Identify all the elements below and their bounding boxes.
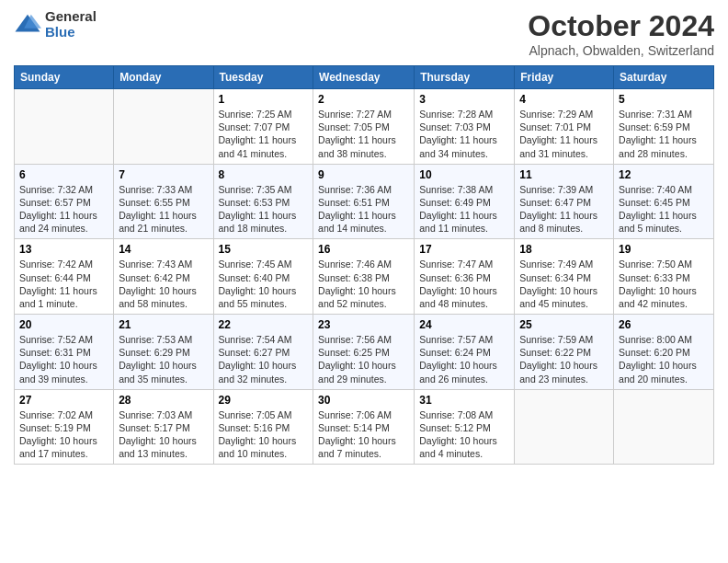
cell-date: 13 [19,243,108,256]
cell-info: Sunrise: 7:53 AMSunset: 6:29 PMDaylight:… [119,333,208,385]
table-row: 16Sunrise: 7:46 AMSunset: 6:38 PMDayligh… [313,239,415,315]
col-thursday: Thursday [415,66,515,89]
table-row: 19Sunrise: 7:50 AMSunset: 6:33 PMDayligh… [614,239,714,315]
table-row: 26Sunrise: 8:00 AMSunset: 6:20 PMDayligh… [614,315,714,390]
table-row: 11Sunrise: 7:39 AMSunset: 6:47 PMDayligh… [515,164,614,239]
cell-date: 27 [19,394,108,407]
cell-info: Sunrise: 7:50 AMSunset: 6:33 PMDaylight:… [619,258,709,310]
table-row: 14Sunrise: 7:43 AMSunset: 6:42 PMDayligh… [114,239,213,315]
table-row: 3Sunrise: 7:28 AMSunset: 7:03 PMDaylight… [415,89,515,165]
cell-info: Sunrise: 7:28 AMSunset: 7:03 PMDaylight:… [419,108,509,160]
cell-info: Sunrise: 7:29 AMSunset: 7:01 PMDaylight:… [519,108,609,160]
table-row: 23Sunrise: 7:56 AMSunset: 6:25 PMDayligh… [313,315,415,390]
table-row: 27Sunrise: 7:02 AMSunset: 5:19 PMDayligh… [15,389,114,465]
table-row: 31Sunrise: 7:08 AMSunset: 5:12 PMDayligh… [415,389,515,465]
cell-date: 3 [419,93,509,106]
col-saturday: Saturday [614,66,714,89]
cell-date: 26 [619,318,709,331]
table-row: 28Sunrise: 7:03 AMSunset: 5:17 PMDayligh… [114,389,213,465]
cell-date: 17 [419,243,509,256]
cell-date: 16 [318,243,409,256]
cell-info: Sunrise: 7:03 AMSunset: 5:17 PMDaylight:… [119,408,208,461]
cell-info: Sunrise: 7:36 AMSunset: 6:51 PMDaylight:… [318,183,409,236]
cell-date: 12 [619,168,709,181]
table-row [114,89,213,165]
table-row: 9Sunrise: 7:36 AMSunset: 6:51 PMDaylight… [313,164,415,239]
calendar-row: 27Sunrise: 7:02 AMSunset: 5:19 PMDayligh… [15,389,714,465]
table-row [15,89,114,165]
cell-info: Sunrise: 7:42 AMSunset: 6:44 PMDaylight:… [19,258,108,310]
col-tuesday: Tuesday [213,66,313,89]
cell-date: 1 [219,93,309,106]
col-monday: Monday [114,66,213,89]
cell-info: Sunrise: 7:56 AMSunset: 6:25 PMDaylight:… [318,333,409,385]
table-row: 18Sunrise: 7:49 AMSunset: 6:34 PMDayligh… [515,239,614,315]
cell-date: 7 [119,168,208,181]
cell-info: Sunrise: 7:45 AMSunset: 6:40 PMDaylight:… [219,258,309,310]
cell-info: Sunrise: 7:25 AMSunset: 7:07 PMDaylight:… [219,108,309,160]
col-wednesday: Wednesday [313,66,415,89]
table-row: 6Sunrise: 7:32 AMSunset: 6:57 PMDaylight… [15,164,114,239]
cell-info: Sunrise: 8:00 AMSunset: 6:20 PMDaylight:… [619,333,709,385]
col-friday: Friday [515,66,614,89]
logo-blue-text: Blue [45,25,97,40]
table-row [515,389,614,465]
logo: General Blue [14,9,97,40]
table-row: 8Sunrise: 7:35 AMSunset: 6:53 PMDaylight… [213,164,313,239]
logo-icon [14,11,41,39]
col-sunday: Sunday [15,66,114,89]
table-row: 15Sunrise: 7:45 AMSunset: 6:40 PMDayligh… [213,239,313,315]
table-row: 1Sunrise: 7:25 AMSunset: 7:07 PMDaylight… [213,89,313,165]
calendar-table: Sunday Monday Tuesday Wednesday Thursday… [14,65,714,465]
cell-info: Sunrise: 7:59 AMSunset: 6:22 PMDaylight:… [519,333,609,385]
table-row: 5Sunrise: 7:31 AMSunset: 6:59 PMDaylight… [614,89,714,165]
title-block: October 2024 Alpnach, Obwalden, Switzerl… [528,9,714,58]
cell-date: 23 [318,318,409,331]
cell-info: Sunrise: 7:46 AMSunset: 6:38 PMDaylight:… [318,258,409,310]
table-row: 20Sunrise: 7:52 AMSunset: 6:31 PMDayligh… [15,315,114,390]
cell-date: 25 [519,318,609,331]
header-row: Sunday Monday Tuesday Wednesday Thursday… [15,66,714,89]
cell-date: 6 [19,168,108,181]
cell-date: 11 [519,168,609,181]
cell-info: Sunrise: 7:32 AMSunset: 6:57 PMDaylight:… [19,183,108,236]
table-row: 21Sunrise: 7:53 AMSunset: 6:29 PMDayligh… [114,315,213,390]
cell-date: 21 [119,318,208,331]
header: General Blue October 2024 Alpnach, Obwal… [14,9,714,58]
cell-date: 8 [219,168,309,181]
cell-date: 4 [519,93,609,106]
cell-date: 31 [419,394,509,407]
cell-date: 24 [419,318,509,331]
table-row: 29Sunrise: 7:05 AMSunset: 5:16 PMDayligh… [213,389,313,465]
table-row [614,389,714,465]
cell-info: Sunrise: 7:31 AMSunset: 6:59 PMDaylight:… [619,108,709,160]
cell-info: Sunrise: 7:05 AMSunset: 5:16 PMDaylight:… [219,408,309,461]
cell-date: 2 [318,93,409,106]
cell-date: 29 [219,394,309,407]
calendar-row: 20Sunrise: 7:52 AMSunset: 6:31 PMDayligh… [15,315,714,390]
cell-date: 30 [318,394,409,407]
table-row: 30Sunrise: 7:06 AMSunset: 5:14 PMDayligh… [313,389,415,465]
cell-info: Sunrise: 7:35 AMSunset: 6:53 PMDaylight:… [219,183,309,236]
cell-date: 19 [619,243,709,256]
cell-date: 10 [419,168,509,181]
month-title: October 2024 [528,9,714,43]
cell-info: Sunrise: 7:27 AMSunset: 7:05 PMDaylight:… [318,108,409,160]
calendar-row: 6Sunrise: 7:32 AMSunset: 6:57 PMDaylight… [15,164,714,239]
table-row: 22Sunrise: 7:54 AMSunset: 6:27 PMDayligh… [213,315,313,390]
location: Alpnach, Obwalden, Switzerland [528,43,714,58]
cell-date: 28 [119,394,208,407]
cell-date: 14 [119,243,208,256]
logo-general-text: General [45,9,97,25]
calendar-row: 1Sunrise: 7:25 AMSunset: 7:07 PMDaylight… [15,89,714,165]
table-row: 10Sunrise: 7:38 AMSunset: 6:49 PMDayligh… [415,164,515,239]
table-row: 2Sunrise: 7:27 AMSunset: 7:05 PMDaylight… [313,89,415,165]
table-row: 7Sunrise: 7:33 AMSunset: 6:55 PMDaylight… [114,164,213,239]
cell-info: Sunrise: 7:40 AMSunset: 6:45 PMDaylight:… [619,183,709,236]
table-row: 25Sunrise: 7:59 AMSunset: 6:22 PMDayligh… [515,315,614,390]
table-row: 4Sunrise: 7:29 AMSunset: 7:01 PMDaylight… [515,89,614,165]
cell-info: Sunrise: 7:54 AMSunset: 6:27 PMDaylight:… [219,333,309,385]
page: General Blue October 2024 Alpnach, Obwal… [0,0,728,563]
cell-info: Sunrise: 7:39 AMSunset: 6:47 PMDaylight:… [519,183,609,236]
cell-date: 15 [219,243,309,256]
